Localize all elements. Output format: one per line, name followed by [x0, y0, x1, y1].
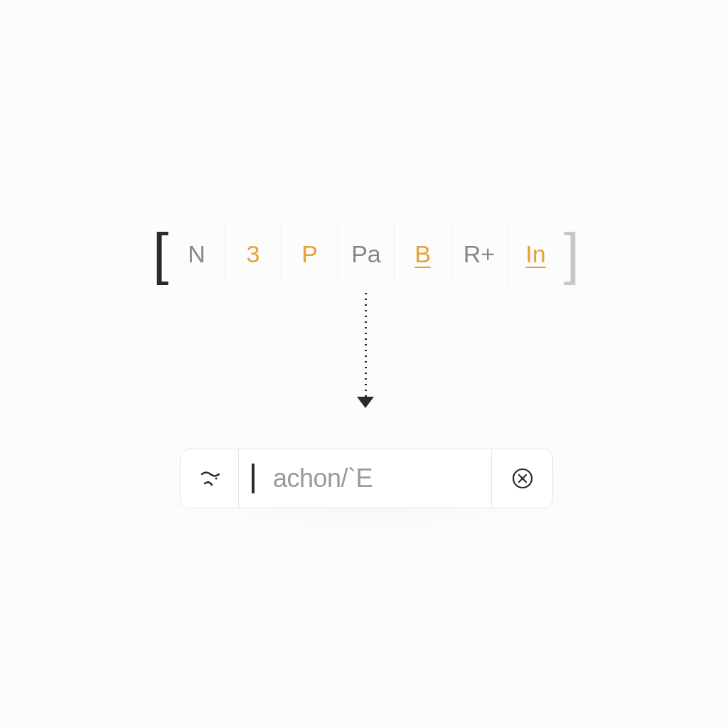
input-mode-button[interactable]: [181, 449, 239, 508]
tool-label: N: [188, 240, 205, 268]
tool-label: R+: [464, 240, 495, 268]
bracket-left-icon: [: [153, 225, 168, 282]
tool-label: Pa: [351, 240, 381, 268]
tool-label: 3: [247, 240, 260, 268]
tool-button-3[interactable]: 3: [225, 224, 282, 284]
bracket-right-icon: ]: [564, 225, 579, 282]
toolbar: N 3 P Pa B R+ In: [168, 224, 564, 284]
tool-button-n[interactable]: N: [168, 224, 225, 284]
input-value: achon/`E: [273, 464, 373, 493]
tool-button-b[interactable]: B: [395, 224, 451, 284]
svg-point-0: [215, 478, 217, 480]
toolbar-container: [ N 3 P Pa B R+ In ]: [153, 224, 579, 284]
text-cursor-icon: [252, 464, 255, 493]
tool-button-pa[interactable]: Pa: [338, 224, 395, 284]
flow-arrow-icon: [360, 291, 371, 416]
tool-label: In: [525, 240, 545, 268]
input-field[interactable]: achon/`E: [239, 449, 491, 508]
tool-label: P: [301, 240, 318, 268]
clear-button[interactable]: [491, 449, 552, 508]
tool-button-r-plus[interactable]: R+: [451, 224, 508, 284]
close-circle-icon: [512, 468, 533, 489]
input-container: achon/`E: [180, 449, 553, 508]
tool-label: B: [414, 240, 431, 268]
mode-glyph-icon: [198, 466, 222, 491]
tool-button-in[interactable]: In: [508, 224, 564, 284]
tool-button-p[interactable]: P: [282, 224, 338, 284]
